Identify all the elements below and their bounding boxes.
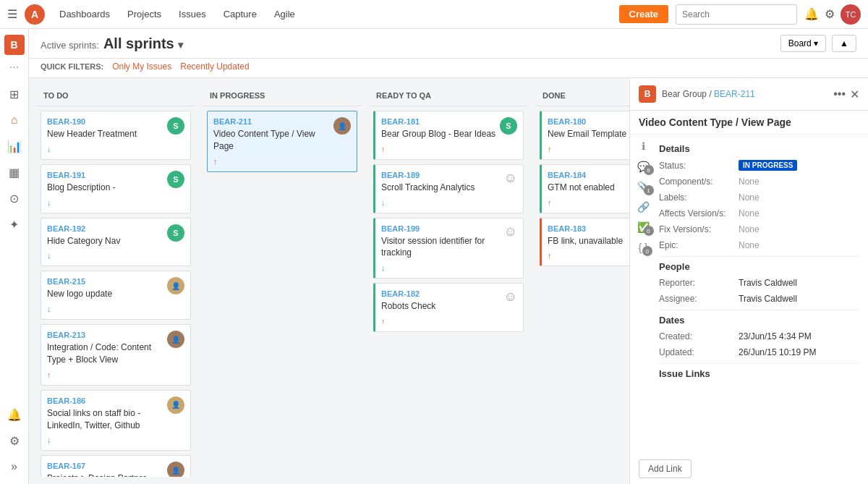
card-key[interactable]: BEAR-199 [381,224,501,233]
card-bear-211[interactable]: BEAR-211 Video Content Type / View Page … [207,111,357,172]
priority-icon: ↑ [381,317,386,326]
section-people: People [659,261,859,272]
sidebar-icon-settings2[interactable]: ✦ [3,213,26,236]
board-expand-button[interactable]: ▲ [832,35,856,52]
card-bear-183[interactable]: BEAR-183 FB link, unavailable ☺ ↑ [540,218,629,267]
hamburger-icon[interactable]: ☰ [7,7,17,21]
fix-row: Fix Version/s: None [659,224,859,234]
avatar: S [167,224,184,242]
card-key[interactable]: BEAR-213 [47,331,164,339]
nav-projects[interactable]: Projects [120,6,169,22]
card-bear-182[interactable]: BEAR-182 Robots Check ☺ ↑ [373,283,524,332]
status-badge: IN PROGRESS [739,160,797,171]
board-button[interactable]: Board ▾ [780,35,826,52]
sidebar-icon-gear-bottom[interactable]: ⚙ [3,429,26,452]
card-key[interactable]: BEAR-181 [381,117,497,126]
detail-code-icon[interactable]: { } 0 [638,242,647,253]
sidebar-icon-expand[interactable]: » [3,455,26,478]
section-divider-3 [659,363,859,364]
column-todo: To Do BEAR-190 New Header Treatment S ↓ [36,85,195,477]
detail-more-button[interactable]: ••• [833,88,846,101]
detail-check-icon[interactable]: ✅ 0 [637,221,650,233]
add-link-button[interactable]: Add Link [639,459,692,478]
detail-panel: B Bear Group / BEAR-211 ••• ✕ Video Cont… [629,78,868,484]
avatar: ☺ [504,171,517,186]
card-title: Integration / Code: Content Type + Block… [47,341,164,366]
sidebar-icon-notify[interactable]: 🔔 [3,403,26,426]
epic-label: Epic: [659,240,739,250]
card-bear-189[interactable]: BEAR-189 Scroll Tracking Analytics ☺ ↓ [373,164,524,213]
card-title: Projects > Design Partner URL Field [47,472,164,477]
card-title: Social links on staff bio - LinkedIn, Tw… [47,407,164,432]
card-bear-191[interactable]: BEAR-191 Blog Description - S ↓ [41,164,191,213]
card-key[interactable]: BEAR-211 [213,117,331,126]
nav-agile[interactable]: Agile [267,6,302,22]
sidebar-icon-search[interactable]: ⊙ [3,187,26,210]
sidebar-icon-bar[interactable]: ▦ [3,161,26,184]
column-inprogress: In Progress BEAR-211 Video Content Type … [203,85,362,477]
column-readytoqa: Ready to QA BEAR-181 Bear Group Blog - B… [369,85,528,477]
priority-icon: ↓ [47,145,51,153]
card-key[interactable]: BEAR-192 [47,224,164,233]
detail-comment-icon[interactable]: 💬 8 [637,161,650,172]
board-title[interactable]: All sprints ▾ [103,35,183,52]
card-key[interactable]: BEAR-191 [47,171,164,179]
filter-recently-updated[interactable]: Recently Updated [180,61,249,72]
fix-value: None [739,224,760,234]
card-bear-199[interactable]: BEAR-199 Visitor session identifier for … [373,218,524,279]
card-key[interactable]: BEAR-215 [47,277,164,286]
nav-issues[interactable]: Issues [171,6,213,22]
nav-dashboards[interactable]: Dashboards [52,6,117,22]
card-bear-184[interactable]: BEAR-184 GTM not enabled 👤 ↑ [540,164,629,213]
epic-value: None [739,240,760,250]
filter-my-issues[interactable]: Only My Issues [112,61,171,72]
card-key[interactable]: BEAR-180 [548,117,629,126]
nav-logo: A [25,4,45,25]
card-bear-180[interactable]: BEAR-180 New Email Template S ↑ [540,111,629,160]
reporter-value: Travis Caldwell [739,278,859,288]
card-title: New Email Template [548,128,629,140]
breadcrumb-key[interactable]: BEAR-211 [714,89,755,99]
detail-header: B Bear Group / BEAR-211 ••• ✕ [630,78,868,111]
card-bear-167[interactable]: BEAR-167 Projects > Design Partner URL F… [41,455,191,477]
card-bear-213[interactable]: BEAR-213 Integration / Code: Content Typ… [41,324,191,386]
user-avatar[interactable]: TC [841,4,861,25]
card-title: Bear Group Blog - Bear Ideas [381,128,497,140]
detail-info-icon[interactable]: ℹ [642,140,645,152]
sidebar-icon-home[interactable]: ⌂ [3,109,26,132]
sidebar-icon-board[interactable]: ⊞ [3,82,26,106]
card-key[interactable]: BEAR-183 [548,224,629,233]
board-title-arrow: ▾ [178,39,183,51]
detail-attachment-icon[interactable]: 📎 1 [637,181,650,192]
card-bear-190[interactable]: BEAR-190 New Header Treatment S ↓ [41,111,191,160]
card-key[interactable]: BEAR-182 [381,289,501,298]
card-key[interactable]: BEAR-189 [381,171,501,179]
section-divider [659,256,859,257]
priority-icon: ↑ [548,251,552,260]
card-bear-215[interactable]: BEAR-215 New logo update 👤 ↓ [41,271,191,320]
section-issue-links: Issue Links [659,368,859,379]
sidebar-icon-chart[interactable]: 📊 [3,135,26,158]
card-bear-181[interactable]: BEAR-181 Bear Group Blog - Bear Ideas S … [373,111,524,160]
section-dates: Dates [659,315,859,326]
section-divider-2 [659,310,859,310]
detail-close-button[interactable]: ✕ [850,88,859,101]
search-input[interactable] [676,4,797,25]
card-key[interactable]: BEAR-184 [548,171,629,179]
gear-icon[interactable]: ⚙ [825,7,835,21]
assignee-label: Assignee: [659,294,739,304]
epic-row: Epic: None [659,240,859,250]
detail-link-icon[interactable]: 🔗 [637,201,650,213]
create-button[interactable]: Create [619,5,668,23]
card-key[interactable]: BEAR-186 [47,396,164,405]
labels-label: Labels: [659,192,739,203]
card-bear-192[interactable]: BEAR-192 Hide Category Nav S ↓ [41,218,191,267]
bell-icon[interactable]: 🔔 [804,7,819,21]
card-key[interactable]: BEAR-190 [47,117,164,126]
nav-capture[interactable]: Capture [216,6,264,22]
column-body-inprogress: BEAR-211 Video Content Type / View Page … [203,106,362,477]
priority-icon: ↓ [47,198,51,207]
card-bear-186[interactable]: BEAR-186 Social links on staff bio - Lin… [41,390,191,451]
detail-breadcrumb: Bear Group / BEAR-211 [662,89,827,99]
card-key[interactable]: BEAR-167 [47,462,164,470]
